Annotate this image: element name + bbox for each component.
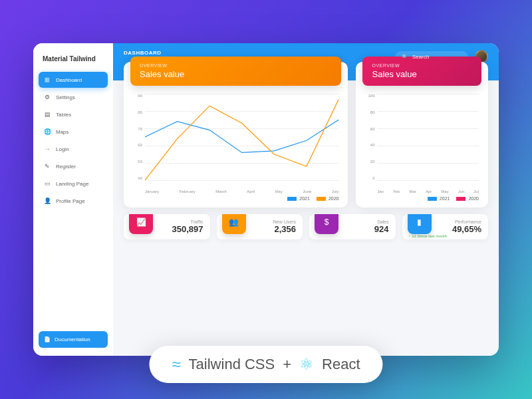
- sidebar-item-landing-page[interactable]: ▭Landing Page: [39, 176, 108, 192]
- app-window: Material Tailwind ⊞Dashboard⚙Settings▤Ta…: [33, 43, 499, 356]
- legend-item: 2020: [317, 196, 339, 201]
- stat-value: 924: [344, 224, 389, 234]
- stat-label: Performance: [437, 219, 482, 224]
- stat-label: New Users: [251, 219, 297, 224]
- bar-chart-body: 100806040200 JanFebMarAprMayJunJul 20212…: [356, 86, 488, 207]
- page-title: DASHBOARD: [124, 50, 162, 56]
- nav-icon: ⊞: [44, 76, 51, 83]
- sidebar: Material Tailwind ⊞Dashboard⚙Settings▤Ta…: [33, 43, 113, 356]
- nav-icon: ✎: [44, 163, 51, 170]
- legend-item: 2021: [428, 196, 450, 201]
- stat-card-performance: ▮ Performance49,65% ↑ 12 Since last mont…: [402, 214, 489, 239]
- line-chart-card: OVERVIEW Sales value 908070605040 Januar…: [124, 62, 348, 207]
- search-placeholder: Search: [412, 54, 429, 60]
- stat-card-new-users: 👥 New Users2,356: [217, 214, 303, 239]
- stat-icon: $: [315, 214, 338, 234]
- bar-legend: 20212020: [365, 196, 479, 201]
- overview-label: OVERVIEW: [372, 63, 472, 68]
- chart-title: Sales value: [372, 69, 472, 79]
- nav-icon: ⚙: [44, 94, 51, 100]
- charts-row: OVERVIEW Sales value 908070605040 Januar…: [124, 62, 488, 207]
- overview-label: OVERVIEW: [140, 63, 332, 68]
- stat-icon: 📈: [129, 214, 153, 234]
- nav-icon: ▤: [44, 111, 51, 118]
- sidebar-item-login[interactable]: →Login: [39, 141, 108, 157]
- stat-label: Traffic: [158, 219, 203, 224]
- main-area: DASHBOARD 🔍 Search OVERVIEW Sales value: [113, 43, 499, 356]
- tech-pill: ≈ Tailwind CSS + ⚛ React: [149, 346, 382, 383]
- nav-label: Landing Page: [56, 181, 88, 187]
- sidebar-item-register[interactable]: ✎Register: [39, 158, 108, 174]
- nav-label: Profile Page: [56, 198, 85, 204]
- tailwind-label: Tailwind CSS: [189, 356, 275, 373]
- nav-label: Tables: [56, 112, 71, 118]
- sidebar-item-profile-page[interactable]: 👤Profile Page: [39, 193, 108, 209]
- stat-value: 350,897: [158, 224, 203, 234]
- nav-icon: ▭: [44, 180, 51, 187]
- line-chart: 908070605040 JanuaryFebruaryMarchAprilMa…: [133, 94, 338, 194]
- legend-item: 2020: [456, 196, 479, 201]
- stat-label: Sales: [344, 219, 389, 224]
- nav-icon: →: [44, 146, 51, 152]
- stat-icon: ▮: [408, 214, 432, 234]
- sidebar-nav: ⊞Dashboard⚙Settings▤Tables🌐Maps→Login✎Re…: [39, 72, 108, 331]
- nav-label: Maps: [56, 129, 69, 135]
- bar-chart-header: OVERVIEW Sales value: [362, 57, 481, 86]
- nav-label: Settings: [56, 94, 75, 100]
- nav-icon: 🌐: [44, 128, 51, 135]
- sidebar-item-dashboard[interactable]: ⊞Dashboard: [39, 72, 108, 88]
- stat-foot: ↑ 12 Since last month: [409, 234, 447, 238]
- sidebar-item-maps[interactable]: 🌐Maps: [39, 124, 108, 140]
- stat-value: 49,65%: [437, 224, 482, 234]
- stat-card-sales: $ Sales924: [309, 214, 396, 239]
- documentation-button[interactable]: 📄 Documentation: [39, 331, 108, 348]
- nav-label: Dashboard: [56, 77, 82, 83]
- legend-item: 2021: [287, 196, 310, 201]
- tailwind-icon: ≈: [172, 355, 180, 374]
- sidebar-item-settings[interactable]: ⚙Settings: [39, 89, 108, 105]
- line-chart-header: OVERVIEW Sales value: [130, 57, 341, 86]
- content: OVERVIEW Sales value 908070605040 Januar…: [113, 62, 499, 356]
- chart-title: Sales value: [140, 69, 332, 79]
- documentation-label: Documentation: [55, 336, 90, 342]
- bar-chart: 100806040200 JanFebMarAprMayJunJul: [365, 94, 479, 194]
- plus-label: +: [283, 356, 291, 373]
- document-icon: 📄: [44, 336, 51, 342]
- brand-title: Material Tailwind: [39, 51, 108, 72]
- react-icon: ⚛: [299, 355, 314, 374]
- stats-row: 📈 Traffic350,897 👥 New Users2,356 $ Sale…: [124, 214, 488, 239]
- line-chart-body: 908070605040 JanuaryFebruaryMarchAprilMa…: [124, 86, 348, 207]
- nav-label: Login: [56, 146, 69, 152]
- sidebar-item-tables[interactable]: ▤Tables: [39, 106, 108, 122]
- stat-icon: 👥: [222, 214, 246, 234]
- search-icon: 🔍: [402, 54, 408, 60]
- bar-chart-card: OVERVIEW Sales value 100806040200 JanFeb…: [356, 62, 488, 207]
- stat-value: 2,356: [251, 224, 297, 234]
- nav-icon: 👤: [44, 198, 51, 204]
- react-label: React: [322, 356, 360, 373]
- line-legend: 20212020: [133, 196, 338, 201]
- stat-card-traffic: 📈 Traffic350,897: [124, 214, 210, 239]
- nav-label: Register: [56, 164, 76, 170]
